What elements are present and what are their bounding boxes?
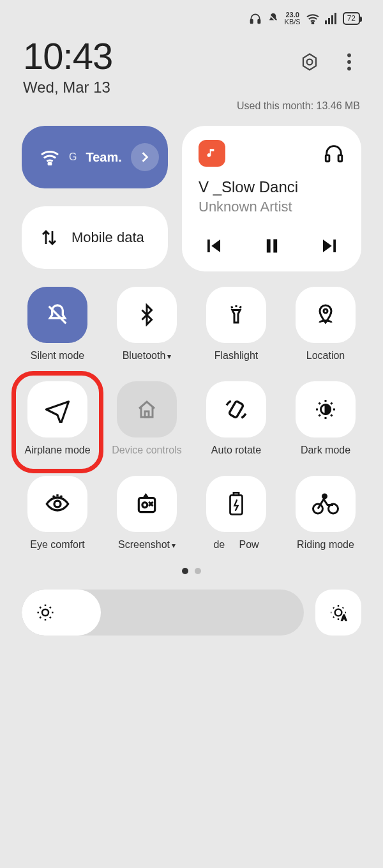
svg-rect-3 (325, 20, 327, 24)
next-button[interactable] (317, 233, 342, 259)
page-indicator (0, 564, 383, 574)
wifi-tile[interactable]: G Team. (22, 126, 168, 188)
signal-icon (325, 13, 338, 24)
riding-mode-tile[interactable] (296, 476, 356, 532)
tile-label: Device controls (112, 444, 181, 469)
svg-rect-27 (234, 492, 239, 495)
tile-label: Auto rotate (211, 444, 261, 469)
page-dot (182, 568, 188, 574)
svg-rect-26 (230, 495, 243, 514)
mobile-data-label: Mobile data (71, 229, 144, 246)
wifi-expand-icon[interactable] (131, 143, 159, 171)
wifi-icon (306, 13, 320, 24)
svg-point-23 (54, 501, 61, 507)
auto-brightness-button[interactable]: A (315, 590, 361, 636)
svg-rect-0 (250, 20, 252, 24)
qs-header: 10:43 Wed, Mar 13 (0, 29, 383, 96)
mute-icon (267, 12, 280, 25)
screenshot-tile[interactable] (117, 476, 177, 532)
brightness-slider[interactable] (22, 590, 304, 636)
svg-rect-21 (229, 401, 243, 418)
dark-mode-tile[interactable] (296, 381, 356, 438)
svg-point-8 (307, 59, 313, 65)
music-app-icon[interactable] (199, 140, 225, 167)
clock-date: Wed, Mar 13 (23, 79, 299, 96)
svg-point-11 (347, 67, 351, 71)
svg-point-2 (312, 22, 313, 24)
page-dot (195, 568, 201, 574)
svg-rect-13 (326, 155, 329, 162)
svg-point-32 (335, 609, 342, 616)
svg-rect-14 (338, 155, 342, 162)
tile-label: Dark mode (301, 444, 350, 469)
media-track-title: V _Slow Danci (199, 178, 345, 196)
svg-rect-20 (145, 411, 149, 417)
quick-tiles-grid: Silent mode Bluetooth Flashlight Locatio… (0, 271, 383, 564)
svg-text:A: A (342, 614, 347, 621)
highlight-annotation (11, 371, 103, 473)
location-tile[interactable] (296, 287, 356, 343)
tile-label: Eye comfort (30, 538, 84, 564)
svg-rect-4 (328, 18, 330, 24)
eye-comfort-tile[interactable] (27, 476, 87, 532)
network-type: G (69, 151, 77, 163)
network-speed: 23.0 KB/S (285, 11, 301, 26)
previous-button[interactable] (201, 233, 227, 259)
tile-label: Screenshot (118, 538, 176, 564)
svg-rect-5 (331, 15, 333, 24)
clock-time: 10:43 (23, 34, 299, 77)
silent-mode-tile[interactable] (27, 287, 87, 343)
svg-point-19 (324, 309, 327, 313)
svg-rect-15 (207, 240, 210, 252)
svg-rect-6 (334, 13, 336, 24)
svg-marker-7 (303, 54, 316, 70)
svg-rect-17 (273, 240, 277, 253)
battery-indicator: 72 (343, 12, 360, 25)
flashlight-tile[interactable] (206, 287, 266, 343)
svg-point-30 (323, 494, 327, 498)
svg-rect-16 (266, 240, 270, 253)
network-name: Team. (86, 150, 121, 165)
svg-point-10 (347, 60, 351, 64)
wifi-icon (40, 149, 60, 165)
svg-point-12 (49, 162, 51, 165)
tile-label: Location (306, 349, 345, 375)
svg-rect-1 (258, 20, 260, 24)
svg-point-25 (142, 503, 147, 508)
auto-rotate-tile[interactable] (206, 381, 266, 438)
svg-rect-18 (333, 240, 336, 252)
device-controls-tile[interactable] (117, 381, 177, 438)
power-saving-tile[interactable] (206, 476, 266, 532)
status-bar: 23.0 KB/S 72 (0, 0, 383, 29)
settings-icon[interactable] (299, 51, 320, 73)
tile-label: Flashlight (214, 349, 258, 375)
data-arrows-icon (40, 228, 59, 247)
tile-label: de Pow (213, 538, 259, 564)
more-icon[interactable] (338, 51, 360, 73)
tile-label: Riding mode (297, 538, 354, 564)
svg-point-9 (347, 54, 351, 57)
data-usage-text[interactable]: Used this month: 13.46 MB (0, 96, 383, 112)
mobile-data-tile[interactable]: Mobile data (22, 206, 168, 269)
pause-button[interactable] (259, 233, 285, 259)
tile-label: Bluetooth (123, 349, 172, 375)
brightness-icon (36, 603, 55, 622)
output-device-icon[interactable] (323, 142, 345, 164)
bluetooth-tile[interactable] (117, 287, 177, 343)
headphones-icon (249, 12, 262, 25)
media-player-card: V _Slow Danci Unknown Artist (182, 126, 361, 271)
media-artist: Unknown Artist (199, 199, 345, 215)
svg-point-31 (42, 609, 49, 616)
